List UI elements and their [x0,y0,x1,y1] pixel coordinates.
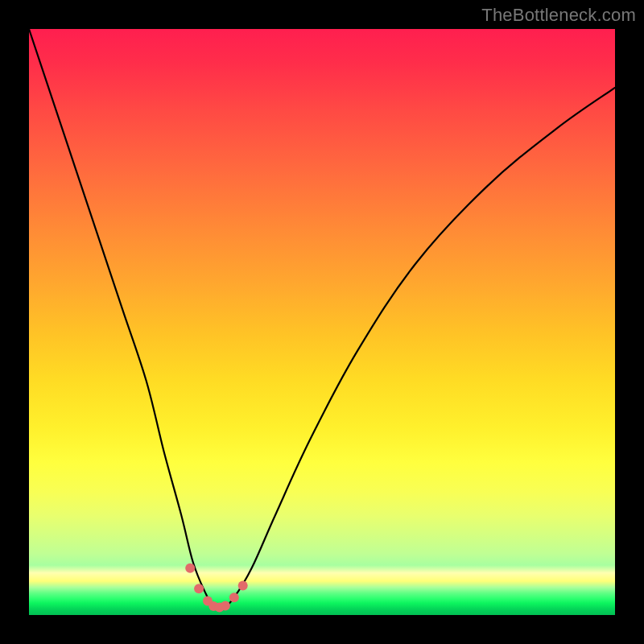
trough-dot [185,564,195,573]
trough-dot [238,581,248,591]
curve-layer [29,29,615,615]
trough-dots [185,564,248,613]
trough-dot [221,601,230,610]
trough-dot [194,584,204,593]
trough-dot [229,592,239,602]
chart-frame: TheBottleneck.com [0,0,644,644]
bottleneck-curve [29,29,615,610]
watermark-text: TheBottleneck.com [481,5,636,26]
plot-area [29,29,615,615]
